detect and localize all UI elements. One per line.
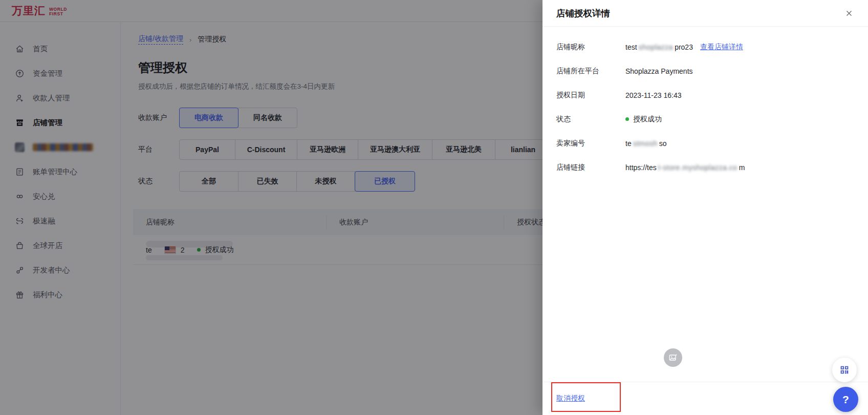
app-window: 万里汇 WORLDFIRST 首页 资金管理 收款人管理 店铺管理 (0, 0, 868, 415)
field-seller-id: 卖家编号 te stmosh so (556, 131, 854, 155)
mini-program-qr-button[interactable] (832, 358, 857, 382)
qr-code-icon (839, 364, 850, 376)
drawer-header: 店铺授权详情 (542, 0, 868, 27)
field-status: 状态 授权成功 (556, 107, 854, 131)
value-censored: t-store.myshoplazza.co (658, 163, 737, 172)
drawer-footer: 取消授权 (542, 382, 868, 415)
drawer-title: 店铺授权详情 (556, 7, 610, 19)
field-value: https://tes t-store.myshoplazza.co m (625, 163, 745, 172)
drawer-body: 店铺昵称 test shoplazza pro23 查看店铺详情 店铺所在平台 … (542, 27, 868, 179)
field-label: 状态 (556, 115, 625, 124)
image-sparkle-icon (668, 352, 678, 363)
cancel-authorization-link[interactable]: 取消授权 (556, 394, 585, 403)
field-shop-nickname: 店铺昵称 test shoplazza pro23 查看店铺详情 (556, 35, 854, 59)
field-platform: 店铺所在平台 Shoplazza Payments (556, 59, 854, 83)
value-censored: stmosh (633, 139, 658, 148)
value-censored: shoplazza (639, 43, 674, 51)
value-visible: test (625, 43, 637, 51)
store-auth-detail-drawer: 店铺授权详情 店铺昵称 test shoplazza pro23 查看店铺详情 … (542, 0, 868, 415)
help-button[interactable]: ? (833, 387, 858, 412)
field-label: 卖家编号 (556, 139, 625, 148)
status-text: 授权成功 (633, 115, 662, 124)
value-visible: so (659, 139, 667, 148)
field-value: 2023-11-23 16:43 (625, 91, 682, 99)
field-value: te stmosh so (625, 139, 667, 148)
field-value: test shoplazza pro23 查看店铺详情 (625, 43, 743, 52)
field-label: 店铺所在平台 (556, 67, 625, 76)
value-visible: te (625, 139, 632, 148)
field-value: Shoplazza Payments (625, 67, 693, 75)
value-visible: https://tes (625, 163, 657, 172)
field-label: 店铺昵称 (556, 43, 625, 52)
question-mark-icon: ? (842, 393, 849, 406)
value-visible: pro23 (675, 43, 693, 51)
field-value: 授权成功 (625, 115, 662, 124)
status-dot-icon (625, 117, 629, 121)
field-label: 店铺链接 (556, 163, 625, 172)
value-visible: m (739, 163, 745, 172)
feedback-image-button[interactable] (664, 348, 682, 367)
field-auth-date: 授权日期 2023-11-23 16:43 (556, 83, 854, 107)
view-shop-details-link[interactable]: 查看店铺详情 (700, 43, 743, 52)
field-label: 授权日期 (556, 91, 625, 100)
field-shop-url: 店铺链接 https://tes t-store.myshoplazza.co … (556, 155, 854, 179)
close-icon[interactable] (843, 8, 855, 19)
